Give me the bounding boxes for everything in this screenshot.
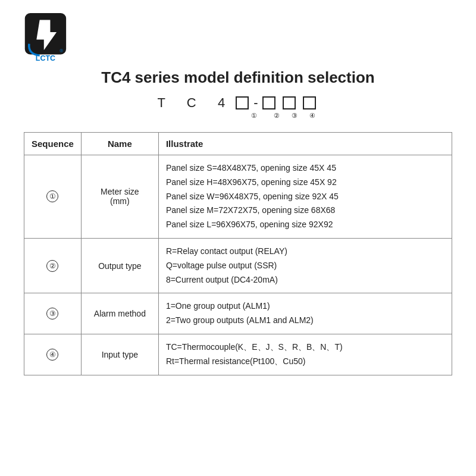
model-display: T C 4 -	[24, 95, 452, 121]
cell-seq-1: ②	[24, 238, 82, 293]
slot-4-box	[303, 96, 316, 109]
cell-illustrate-0: Panel size S=48X48X75, opening size 45X …	[158, 155, 452, 239]
table-row: ③Alarm method1=One group output (ALM1)2=…	[24, 293, 452, 334]
cell-seq-0: ①	[24, 155, 82, 239]
illus-line: Panel size W=96X48X75, opening size 92X …	[166, 190, 444, 204]
slot-3-box	[283, 96, 296, 109]
cell-name-2: Alarm method	[81, 293, 158, 334]
definition-table: Sequence Name Illustrate ①Meter size (mm…	[24, 132, 452, 375]
illus-line: Panel size S=48X48X75, opening size 45X …	[166, 161, 444, 176]
subscript-2: ②	[268, 112, 286, 120]
slot-1-box	[236, 96, 249, 109]
illus-line: TC=Thermocouple(K、E、J、S、R、B、N、T)	[166, 340, 444, 355]
svg-text:LCTC: LCTC	[36, 54, 55, 62]
cell-illustrate-2: 1=One group output (ALM1)2=Two group out…	[158, 293, 452, 334]
cell-seq-2: ③	[24, 293, 82, 334]
table-row: ④Input typeTC=Thermocouple(K、E、J、S、R、B、N…	[24, 334, 452, 375]
cell-name-1: Output type	[81, 238, 158, 293]
illus-line: 8=Current output (DC4-20mA)	[166, 273, 444, 287]
circle-num-1: ②	[46, 260, 58, 272]
subscript-4: ④	[303, 112, 321, 120]
logo-area: LCTC ®	[24, 12, 452, 62]
cell-seq-3: ④	[24, 334, 82, 375]
model-prefix: T C 4	[158, 95, 230, 111]
slot-2-box	[262, 96, 275, 109]
cell-illustrate-1: R=Relay contact output (RELAY)Q=voltage …	[158, 238, 452, 293]
illus-line: Panel size H=48X96X75, opening size 45X …	[166, 176, 444, 190]
circle-num-3: ④	[46, 349, 58, 361]
page-title: TC4 series model definition selection	[24, 68, 452, 87]
illus-line: Panel size M=72X72X75, opening size 68X6…	[166, 203, 444, 218]
subscript-1: ①	[245, 112, 263, 120]
illus-line: 2=Two group outputs (ALM1 and ALM2)	[166, 314, 444, 328]
cell-illustrate-3: TC=Thermocouple(K、E、J、S、R、B、N、T)Rt=Therm…	[158, 334, 452, 375]
svg-text:®: ®	[60, 48, 63, 54]
table-header-row: Sequence Name Illustrate	[24, 133, 452, 155]
illus-line: R=Relay contact output (RELAY)	[166, 245, 444, 259]
header-sequence: Sequence	[24, 133, 82, 155]
header-illustrate: Illustrate	[158, 133, 452, 155]
circle-num-2: ③	[46, 308, 58, 320]
illus-line: Q=voltage pulse output (SSR)	[166, 259, 444, 273]
illus-line: Panel size L=96X96X75, opening size 92X9…	[166, 218, 444, 232]
illus-line: 1=One group output (ALM1)	[166, 299, 444, 314]
cell-name-3: Input type	[81, 334, 158, 375]
header-name: Name	[81, 133, 158, 155]
table-row: ①Meter size (mm)Panel size S=48X48X75, o…	[24, 155, 452, 239]
lctc-logo: LCTC ®	[24, 12, 71, 62]
circle-num-0: ①	[46, 190, 58, 202]
table-row: ②Output typeR=Relay contact output (RELA…	[24, 238, 452, 293]
page-container: LCTC ® TC4 series model definition selec…	[6, 0, 470, 387]
subscript-3: ③	[286, 112, 303, 120]
illus-line: Rt=Thermal resistance(Pt100、Cu50)	[166, 355, 444, 369]
cell-name-0: Meter size (mm)	[81, 155, 158, 239]
